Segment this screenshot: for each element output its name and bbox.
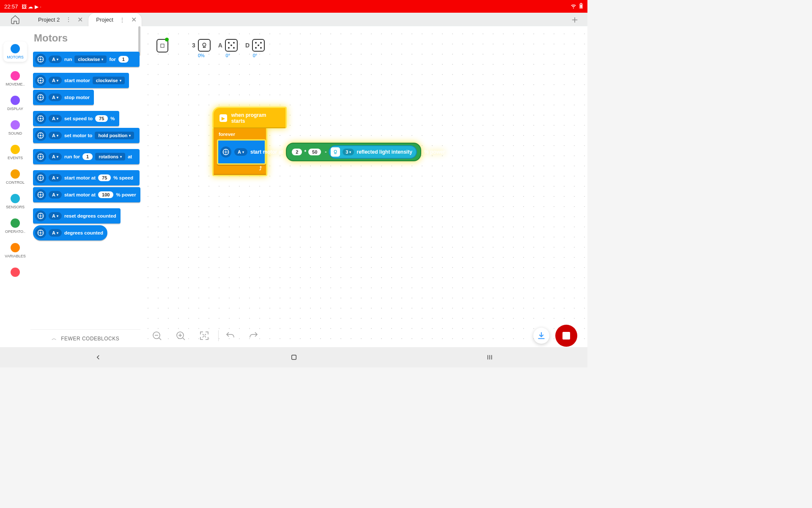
android-status-bar: 22:57 🖼 ☁ ▶ · xyxy=(0,0,587,13)
home-button[interactable] xyxy=(0,13,30,26)
svg-point-41 xyxy=(38,177,39,178)
tab-project-2[interactable]: Project 2 ⋮ ✕ xyxy=(30,13,88,26)
svg-point-25 xyxy=(40,116,41,117)
port-dropdown[interactable]: A xyxy=(49,174,62,182)
category-dot-icon xyxy=(11,194,20,203)
category-sensors[interactable]: Sensors xyxy=(6,194,25,209)
category-rail: Motors Moveme.. Display Sound Events Con… xyxy=(0,26,30,347)
tab-close-icon[interactable]: ✕ xyxy=(131,16,137,24)
block-reset-degrees[interactable]: A reset degrees counted xyxy=(33,208,121,224)
nav-recent-button[interactable] xyxy=(469,353,511,361)
port-dropdown[interactable]: A xyxy=(49,132,62,139)
tab-menu-icon[interactable]: ⋮ xyxy=(119,17,125,23)
category-control[interactable]: Control xyxy=(6,169,25,185)
port-dropdown[interactable]: A xyxy=(49,212,62,220)
svg-point-62 xyxy=(40,234,41,235)
hub-icon[interactable] xyxy=(156,39,168,52)
svg-point-55 xyxy=(40,213,41,214)
svg-point-30 xyxy=(42,135,43,136)
category-dot-icon xyxy=(11,218,20,228)
script-stack[interactable]: ▶ when program starts forever A start mo… xyxy=(212,107,287,176)
motor-icon xyxy=(35,113,46,124)
category-display[interactable]: Display xyxy=(7,96,23,111)
category-movement[interactable]: Moveme.. xyxy=(5,71,25,86)
number-input[interactable]: 75 xyxy=(98,174,111,181)
block-start-motor-power[interactable]: A start motor at 100 % power xyxy=(33,187,140,202)
block-set-motor-hold[interactable]: A set motor to hold position xyxy=(33,128,140,143)
category-more[interactable] xyxy=(11,268,20,279)
undo-button[interactable] xyxy=(224,329,236,342)
direction-dropdown[interactable]: clockwise xyxy=(93,77,125,84)
direction-dropdown[interactable]: clockwise xyxy=(74,55,107,63)
tabs-row: Project 2 ⋮ ✕ Project ⋮ ✕ ＋ xyxy=(0,13,587,26)
operator-multiply[interactable]: 2 * 50 xyxy=(290,148,323,156)
port-status-3[interactable]: 3 0% xyxy=(192,39,211,58)
block-start-motor[interactable]: A start motor clockwise xyxy=(33,73,129,88)
motor-icon xyxy=(35,151,46,162)
toolbar-separator xyxy=(218,330,219,341)
tab-project[interactable]: Project ⋮ ✕ xyxy=(88,13,142,26)
port-dropdown[interactable]: A xyxy=(49,77,62,84)
fewer-codeblocks-button[interactable]: ︿ FEWER CODEBLOCKS xyxy=(30,329,140,347)
operator-subtract[interactable]: 2 * 50 - 3 reflected light intensity xyxy=(286,143,421,161)
category-motors[interactable]: Motors xyxy=(3,41,27,62)
unit-dropdown[interactable]: rotations xyxy=(95,153,125,160)
number-input[interactable]: 1 xyxy=(118,56,129,63)
sensor-port-dropdown[interactable]: 3 xyxy=(343,149,354,155)
zoom-out-button[interactable] xyxy=(151,329,163,342)
loop-arrow-icon: ⤴ xyxy=(259,166,262,171)
block-start-motor-at-power[interactable]: A start motor at 2 * 50 - xyxy=(217,139,266,165)
hold-dropdown[interactable]: hold position xyxy=(95,132,134,139)
port-dropdown[interactable]: A xyxy=(49,229,62,237)
category-dot-icon xyxy=(11,243,20,252)
port-dropdown[interactable]: A xyxy=(49,94,62,101)
block-degrees-counted[interactable]: A degrees counted xyxy=(33,225,107,240)
svg-point-12 xyxy=(42,80,43,81)
port-dropdown[interactable]: A xyxy=(49,115,62,122)
svg-point-67 xyxy=(223,152,224,152)
port-dropdown[interactable]: A xyxy=(234,148,247,156)
number-input[interactable]: 50 xyxy=(308,149,321,155)
main-area: Motors Moveme.. Display Sound Events Con… xyxy=(0,26,587,347)
hat-when-program-starts[interactable]: ▶ when program starts xyxy=(212,107,287,128)
add-tab-button[interactable]: ＋ xyxy=(570,13,580,26)
download-button[interactable] xyxy=(533,328,549,344)
category-dot-icon xyxy=(11,71,20,80)
c-block-forever[interactable]: forever A start motor at 2 * 50 - xyxy=(212,128,267,176)
reporter-reflected-light[interactable]: 3 reflected light intensity xyxy=(329,145,417,159)
category-sound[interactable]: Sound xyxy=(8,120,22,135)
svg-point-29 xyxy=(38,135,39,136)
number-input[interactable]: 100 xyxy=(98,191,113,198)
svg-point-56 xyxy=(40,217,41,218)
coding-canvas[interactable]: 3 0% A 0° D xyxy=(140,26,587,347)
tab-close-icon[interactable]: ✕ xyxy=(77,16,83,24)
block-run-clockwise-for[interactable]: A run clockwise for 1 xyxy=(33,52,140,67)
redo-button[interactable] xyxy=(247,329,260,342)
port-dropdown[interactable]: A xyxy=(49,191,62,199)
svg-point-20 xyxy=(40,99,41,99)
fit-screen-button[interactable] xyxy=(198,329,211,342)
number-input[interactable]: 2 xyxy=(292,149,302,155)
port-dropdown[interactable]: A xyxy=(49,153,62,160)
stop-button[interactable] xyxy=(555,325,577,347)
port-status-a[interactable]: A 0° xyxy=(218,39,238,58)
nav-home-button[interactable] xyxy=(273,353,315,361)
port-status-d[interactable]: D 0° xyxy=(245,39,265,58)
nav-back-button[interactable] xyxy=(77,353,119,361)
tab-label: Project xyxy=(96,17,113,23)
tab-menu-icon[interactable]: ⋮ xyxy=(66,16,71,23)
zoom-in-button[interactable] xyxy=(174,329,187,342)
port-dropdown[interactable]: A xyxy=(49,55,62,63)
number-input[interactable]: 75 xyxy=(95,115,108,122)
block-set-speed[interactable]: A set speed to 75 % xyxy=(33,111,119,126)
svg-point-68 xyxy=(227,152,228,152)
block-start-motor-speed[interactable]: A start motor at 75 % speed xyxy=(33,170,140,185)
block-run-for-rotations[interactable]: A run for 1 rotations at xyxy=(33,149,140,164)
block-stop-motor[interactable]: A stop motor xyxy=(33,90,94,105)
number-input[interactable]: 1 xyxy=(82,153,93,160)
category-operators[interactable]: Operato.. xyxy=(5,218,25,234)
category-events[interactable]: Events xyxy=(8,145,23,160)
svg-point-14 xyxy=(40,82,41,83)
svg-point-7 xyxy=(40,57,41,58)
category-variables[interactable]: Variables xyxy=(5,243,25,258)
